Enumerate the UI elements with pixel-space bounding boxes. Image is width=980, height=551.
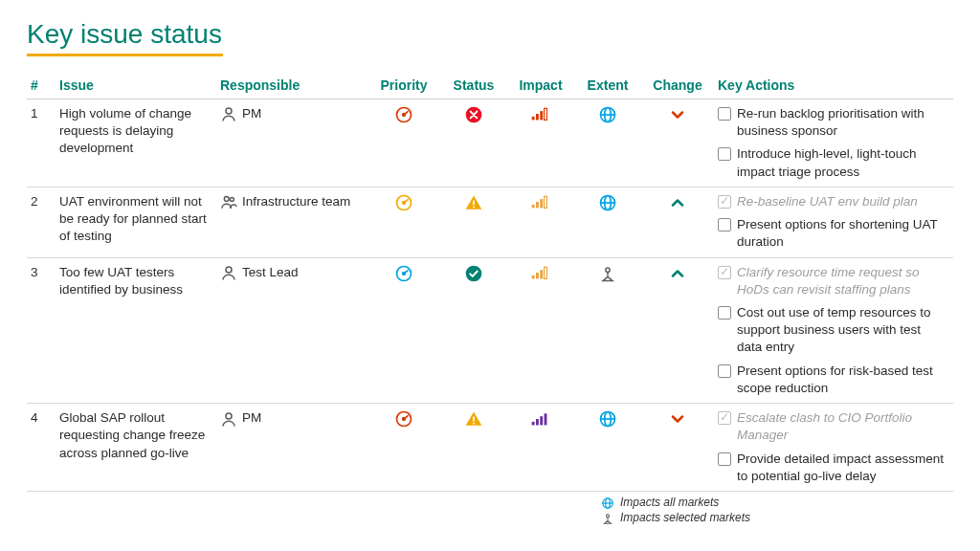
globe-icon <box>598 194 617 209</box>
cell-extent <box>574 187 641 257</box>
person-icon <box>220 409 237 427</box>
cell-num: 3 <box>27 257 56 404</box>
table-row: 3 Too few UAT testers identified by busi… <box>27 257 953 404</box>
cell-responsible: PM <box>216 404 368 492</box>
checkbox-icon <box>718 306 731 320</box>
triangle-excl-icon <box>464 411 483 426</box>
action-item: Present options for risk-based test scop… <box>718 363 949 397</box>
col-stat: Status <box>440 74 507 99</box>
cell-priority <box>368 187 440 257</box>
legend-text: Impacts selected markets <box>620 511 750 524</box>
cell-priority <box>368 99 440 187</box>
svg-rect-7 <box>545 109 547 121</box>
cell-num: 4 <box>27 404 56 492</box>
svg-point-0 <box>226 108 232 114</box>
triangle-excl-icon <box>464 194 483 209</box>
responsible-label: Test Lead <box>242 264 299 281</box>
col-issue: Issue <box>56 74 216 99</box>
action-text: Re-run backlog prioritisation with busin… <box>737 105 949 140</box>
svg-point-31 <box>226 413 232 419</box>
svg-point-11 <box>230 198 234 202</box>
gauge-icon <box>394 194 413 209</box>
svg-rect-15 <box>473 207 475 209</box>
svg-point-25 <box>466 265 482 281</box>
legend: Impacts all marketsImpacts selected mark… <box>601 496 750 526</box>
cell-responsible: PM <box>216 99 368 187</box>
gauge-icon <box>394 107 413 121</box>
circle-check-icon <box>464 265 483 279</box>
svg-rect-19 <box>545 197 547 209</box>
cell-status <box>440 99 507 187</box>
table-row: 1 High volume of change requests is dela… <box>27 99 953 187</box>
bars-icon <box>531 410 550 425</box>
action-text: Clarify resource time request so HoDs ca… <box>737 264 949 298</box>
col-act: Key Actions <box>714 74 953 99</box>
svg-rect-34 <box>473 417 475 422</box>
svg-point-44 <box>606 514 609 517</box>
person-icon <box>220 264 237 281</box>
cell-change <box>641 404 714 492</box>
cell-actions: Escalate clash to CIO Portfolio Manager … <box>714 404 953 492</box>
cell-issue: Global SAP rollout requesting change fre… <box>56 404 216 492</box>
svg-rect-36 <box>532 421 535 425</box>
cell-extent <box>574 257 641 404</box>
gauge-icon <box>394 265 413 279</box>
action-text: Re-baseline UAT env build plan <box>737 193 918 210</box>
globe-icon <box>598 107 617 121</box>
cell-change <box>641 187 714 257</box>
svg-point-30 <box>606 268 610 272</box>
circle-x-icon <box>464 107 483 121</box>
cell-change <box>641 99 714 187</box>
cell-impact <box>507 187 574 257</box>
bars-icon <box>531 194 550 209</box>
checkbox-icon <box>718 364 731 378</box>
issue-table: # Issue Responsible Priority Status Impa… <box>27 74 953 492</box>
cell-priority <box>368 257 440 404</box>
svg-rect-5 <box>536 114 539 120</box>
map-pin-icon <box>598 265 617 279</box>
svg-rect-16 <box>532 205 535 209</box>
svg-rect-17 <box>536 202 539 208</box>
action-item: Clarify resource time request so HoDs ca… <box>718 264 949 298</box>
svg-rect-26 <box>532 276 535 279</box>
col-imp: Impact <box>507 74 574 99</box>
checkbox-icon <box>718 452 731 466</box>
col-resp: Responsible <box>216 74 368 99</box>
svg-rect-18 <box>540 199 543 208</box>
cell-issue: Too few UAT testers identified by busine… <box>56 257 216 404</box>
cell-actions: Clarify resource time request so HoDs ca… <box>714 257 953 404</box>
cell-status <box>440 187 507 257</box>
cell-change <box>641 257 714 404</box>
checkbox-icon <box>718 147 731 161</box>
responsible-label: PM <box>242 409 261 427</box>
svg-rect-39 <box>545 413 547 425</box>
action-text: Present options for risk-based test scop… <box>737 363 949 397</box>
cell-issue: High volume of change requests is delayi… <box>56 99 216 187</box>
cell-actions: Re-run backlog prioritisation with busin… <box>714 99 953 187</box>
cell-responsible: Infrastructure team <box>216 187 368 257</box>
gauge-icon <box>394 411 413 426</box>
legend-row: Impacts all markets <box>601 496 750 510</box>
cell-extent <box>574 404 641 492</box>
checkbox-icon <box>718 266 731 279</box>
action-text: Present options for shortening UAT durat… <box>737 216 949 251</box>
chevron-up-icon <box>668 265 687 279</box>
action-item: Re-baseline UAT env build plan <box>718 193 949 210</box>
group-icon <box>220 193 237 210</box>
responsible-label: PM <box>242 105 261 122</box>
svg-rect-6 <box>540 112 543 121</box>
title-underline <box>27 54 223 56</box>
chevron-down-icon <box>668 411 687 426</box>
cell-num: 2 <box>27 187 56 257</box>
globe-icon <box>601 496 614 510</box>
cell-extent <box>574 99 641 187</box>
action-item: Introduce high-level, light-touch impact… <box>718 145 949 180</box>
table-row: 4 Global SAP rollout requesting change f… <box>27 404 953 492</box>
cell-impact <box>507 257 574 404</box>
action-text: Escalate clash to CIO Portfolio Manager <box>737 409 949 444</box>
svg-point-10 <box>224 197 229 202</box>
chevron-up-icon <box>668 194 687 209</box>
cell-status <box>440 257 507 404</box>
cell-responsible: Test Lead <box>216 257 368 404</box>
cell-priority <box>368 404 440 492</box>
